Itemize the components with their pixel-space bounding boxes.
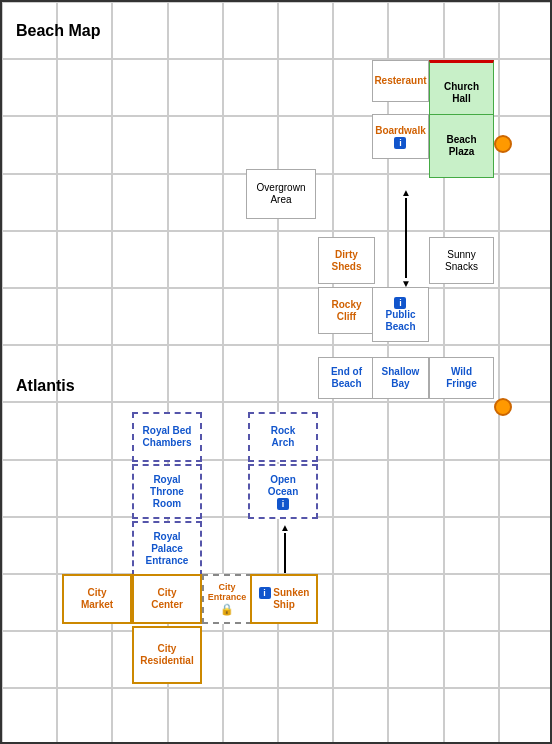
royal-palace-entrance[interactable]: RoyalPalaceEntrance bbox=[132, 521, 202, 576]
royal-bed-chambers[interactable]: Royal BedChambers bbox=[132, 412, 202, 462]
dirty-sheds[interactable]: DirtySheds bbox=[318, 237, 375, 284]
sunny-snacks-label: SunnySnacks bbox=[445, 249, 478, 273]
overlay: Beach Map Atlantis ChurchHall Resteraunt… bbox=[2, 2, 550, 742]
sunny-snacks[interactable]: SunnySnacks bbox=[429, 237, 494, 284]
rock-arch[interactable]: RockArch bbox=[248, 412, 318, 462]
dirty-sheds-label: DirtySheds bbox=[331, 249, 361, 273]
rocky-cliff-label: RockyCliff bbox=[331, 299, 361, 323]
overgrown-area-label: OvergrownArea bbox=[257, 182, 306, 206]
public-beach-label: i PublicBeach bbox=[385, 297, 415, 333]
atlantis-label: Atlantis bbox=[16, 377, 75, 395]
public-beach-info-icon: i bbox=[394, 297, 406, 309]
wild-fringe[interactable]: WildFringe bbox=[429, 357, 494, 399]
sunken-ship-info-icon: i bbox=[259, 587, 271, 599]
city-center-label: CityCenter bbox=[151, 587, 183, 611]
city-residential-label: CityResidential bbox=[140, 643, 193, 667]
city-residential[interactable]: CityResidential bbox=[132, 626, 202, 684]
wild-fringe-label: WildFringe bbox=[446, 366, 477, 390]
beach-plaza[interactable]: BeachPlaza bbox=[429, 114, 494, 178]
end-of-beach[interactable]: End ofBeach bbox=[318, 357, 375, 399]
boardwalk-label: Boardwalk i bbox=[375, 125, 426, 149]
city-entrance[interactable]: CityEntrance 🔒 bbox=[202, 574, 252, 624]
city-entrance-lock-icon: 🔒 bbox=[220, 603, 234, 616]
city-center[interactable]: CityCenter bbox=[132, 574, 202, 624]
royal-throne-room-label: RoyalThroneRoom bbox=[150, 474, 184, 510]
city-market[interactable]: CityMarket bbox=[62, 574, 132, 624]
resteraunt[interactable]: Resteraunt bbox=[372, 60, 429, 102]
sunken-ship-label: i SunkenShip bbox=[259, 587, 310, 611]
circle-icon-1 bbox=[494, 135, 512, 153]
end-of-beach-label: End ofBeach bbox=[331, 366, 362, 390]
shallow-bay[interactable]: ShallowBay bbox=[372, 357, 429, 399]
city-entrance-label: CityEntrance 🔒 bbox=[204, 582, 250, 617]
shallow-bay-label: ShallowBay bbox=[382, 366, 420, 390]
circle-icon-2 bbox=[494, 398, 512, 416]
church-hall-label: ChurchHall bbox=[444, 81, 479, 105]
boardwalk-info-icon: i bbox=[394, 137, 406, 149]
open-ocean-label: OpenOcean i bbox=[268, 474, 299, 510]
rock-arch-label: RockArch bbox=[271, 425, 295, 449]
sunken-ship[interactable]: i SunkenShip bbox=[250, 574, 318, 624]
resteraunt-label: Resteraunt bbox=[374, 75, 426, 87]
royal-throne-room[interactable]: RoyalThroneRoom bbox=[132, 464, 202, 519]
open-ocean-info-icon: i bbox=[277, 498, 289, 510]
city-market-label: CityMarket bbox=[81, 587, 113, 611]
beach-plaza-label: BeachPlaza bbox=[446, 134, 476, 158]
open-ocean[interactable]: OpenOcean i bbox=[248, 464, 318, 519]
public-beach[interactable]: i PublicBeach bbox=[372, 287, 429, 342]
boardwalk[interactable]: Boardwalk i bbox=[372, 114, 429, 159]
overgrown-area[interactable]: OvergrownArea bbox=[246, 169, 316, 219]
beach-map-label: Beach Map bbox=[16, 22, 100, 40]
arrow-1: ▲ ▼ bbox=[401, 187, 411, 289]
map-container: (function(){ const grid = document.query… bbox=[0, 0, 552, 744]
royal-bed-chambers-label: Royal BedChambers bbox=[143, 425, 192, 449]
royal-palace-entrance-label: RoyalPalaceEntrance bbox=[146, 531, 189, 567]
rocky-cliff[interactable]: RockyCliff bbox=[318, 287, 375, 334]
